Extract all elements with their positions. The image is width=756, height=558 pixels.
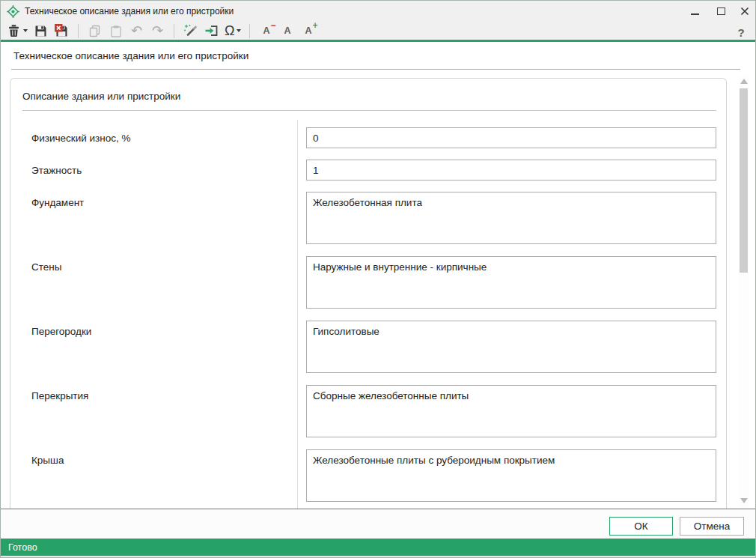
field-label-wear: Физический износ, % — [31, 133, 131, 144]
window-title: Техническое описание здания или его прис… — [25, 6, 234, 16]
toolbar: ↶ ↷ Ω A− — [1, 22, 755, 42]
minimize-icon — [691, 13, 699, 15]
toolbar-separator — [174, 24, 174, 38]
redo-button[interactable]: ↷ — [150, 22, 165, 39]
cancel-button[interactable]: Отмена — [680, 517, 744, 536]
trash-icon — [7, 23, 21, 38]
field-label-floors-slabs: Перекрытия — [31, 390, 88, 401]
font-increase-button[interactable]: A+ — [300, 22, 316, 39]
field-label-partitions: Перегородки — [31, 326, 91, 337]
status-text: Готово — [8, 542, 37, 553]
import-button[interactable] — [204, 22, 219, 39]
ok-button[interactable]: ОК — [609, 517, 673, 536]
page-title: Техническое описание здания или его прис… — [13, 50, 249, 61]
copy-button[interactable] — [87, 22, 103, 39]
close-button[interactable] — [734, 1, 756, 22]
maximize-icon — [717, 7, 725, 15]
import-icon — [204, 23, 219, 38]
floor-slabs-textarea[interactable]: Сборные железобетонные плиты — [306, 385, 716, 437]
chevron-down-icon — [237, 29, 241, 32]
undo-icon: ↶ — [131, 24, 142, 37]
font-decrease-button[interactable]: A− — [258, 22, 274, 39]
triangle-up-icon — [740, 79, 748, 84]
app-target-icon — [7, 5, 19, 18]
floors-input[interactable] — [306, 160, 716, 181]
roof-textarea[interactable]: Железобетонные плиты с рубероидным покры… — [306, 449, 716, 502]
scroll-up-button[interactable] — [740, 76, 749, 86]
field-label-foundation: Фундамент — [31, 197, 84, 208]
paste-icon — [109, 24, 123, 38]
font-decrease-icon: A− — [260, 25, 272, 36]
field-label-roof: Крыша — [31, 455, 64, 466]
column-divider — [297, 120, 298, 509]
magic-wand-button[interactable] — [183, 22, 198, 39]
omega-icon: Ω — [225, 23, 234, 38]
toolbar-separator — [78, 24, 79, 38]
field-label-walls: Стены — [31, 261, 61, 273]
close-icon — [740, 7, 749, 16]
titlebar: Техническое описание здания или его прис… — [1, 1, 755, 22]
footer: ОК Отмена — [1, 509, 755, 539]
toolbar-separator — [249, 24, 250, 38]
maximize-button[interactable] — [710, 1, 732, 22]
save-x-icon — [55, 24, 69, 38]
partitions-textarea[interactable]: Гипсолитовые — [306, 321, 716, 373]
scroll-down-button[interactable] — [740, 495, 749, 506]
vertical-scrollbar[interactable] — [739, 76, 749, 509]
triangle-down-icon — [740, 498, 748, 503]
magic-wand-icon — [183, 24, 198, 38]
chevron-down-icon — [23, 29, 28, 32]
save-button[interactable] — [33, 22, 49, 39]
font-default-button[interactable]: A — [279, 22, 295, 39]
save-x-button[interactable] — [54, 22, 70, 39]
paste-button[interactable] — [108, 22, 124, 39]
section-divider — [22, 110, 716, 111]
omega-button[interactable]: Ω — [225, 22, 241, 39]
foundation-textarea[interactable]: Железобетонная плита — [306, 192, 716, 244]
page-title-divider — [11, 69, 740, 70]
minimize-button[interactable] — [683, 1, 706, 22]
scrollbar-thumb[interactable] — [740, 88, 748, 273]
font-default-icon: A — [281, 25, 293, 36]
status-bar: Готово — [1, 539, 755, 556]
redo-icon: ↷ — [152, 24, 163, 37]
app-window: Техническое описание здания или его прис… — [0, 0, 756, 558]
help-button[interactable]: ? — [733, 24, 749, 40]
section-title: Описание здания или пристройки — [22, 91, 180, 102]
walls-textarea[interactable]: Наружные и внутренние - кирпичные — [306, 256, 716, 309]
help-icon: ? — [737, 26, 744, 39]
undo-button[interactable]: ↶ — [129, 22, 144, 39]
description-panel: Описание здания или пристройки Физически… — [10, 78, 727, 509]
font-increase-icon: A+ — [302, 25, 314, 36]
save-icon — [34, 24, 48, 38]
wear-input[interactable] — [306, 127, 716, 148]
delete-button[interactable] — [7, 22, 28, 39]
field-label-floors: Этажность — [31, 165, 82, 176]
copy-icon — [88, 24, 102, 38]
